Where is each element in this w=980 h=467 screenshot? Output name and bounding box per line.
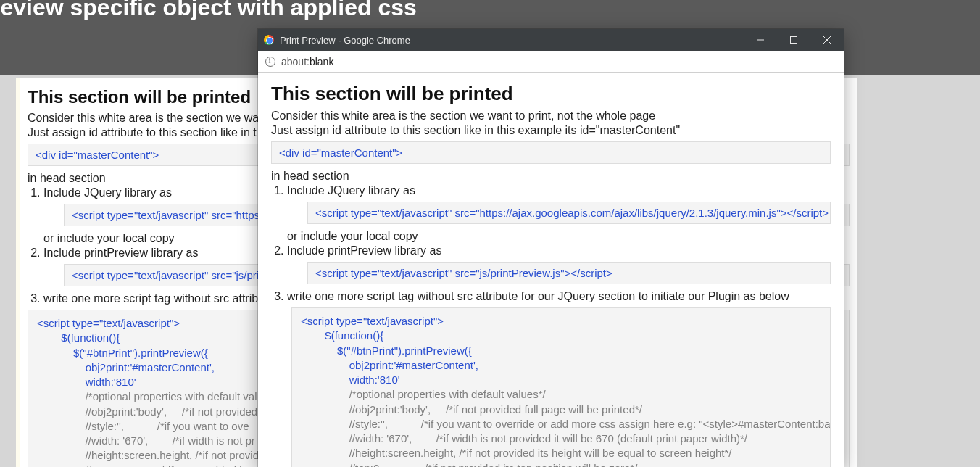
print-preview-content[interactable]: This section will be printed Consider th…: [258, 73, 844, 467]
bg-li3-text: write one more script tag without src at…: [43, 292, 265, 305]
bg-or-local: or include your local copy: [43, 232, 175, 244]
pp-li3: write one more script tag without src at…: [287, 290, 831, 303]
pp-code-master: <div id="masterContent">: [271, 141, 831, 164]
pp-li1: Include JQuery library as <script type="…: [287, 184, 831, 243]
pp-code-pp: <script type="text/javascript" src="js/p…: [307, 262, 831, 284]
pp-heading: This section will be printed: [271, 83, 831, 105]
url-scheme: about:: [281, 56, 310, 67]
window-title: Print Preview - Google Chrome: [280, 35, 410, 46]
pp-script-blue: <script type="text/javascript"> $(functi…: [301, 315, 478, 386]
info-icon[interactable]: [265, 57, 275, 67]
pp-li2: Include printPreview library as <script …: [287, 244, 831, 284]
chrome-window: Print Preview - Google Chrome about:blan…: [258, 29, 844, 467]
url-path: blank: [310, 56, 333, 67]
pp-or-local: or include your local copy: [287, 230, 418, 242]
close-button[interactable]: [810, 29, 844, 51]
pp-li2-text: Include printPreview library as: [287, 244, 441, 257]
pp-li3-text: write one more script tag without src at…: [287, 290, 789, 302]
pp-p1: Consider this white area is the section …: [271, 109, 831, 123]
pp-li1-text: Include JQuery library as: [287, 184, 415, 197]
window-titlebar[interactable]: Print Preview - Google Chrome: [258, 29, 844, 51]
pp-scriptblock: <script type="text/javascript"> $(functi…: [291, 307, 831, 467]
maximize-button[interactable]: [777, 29, 810, 51]
pp-code-jq: <script type="text/javascript" src="http…: [307, 202, 831, 224]
pp-p2: Just assign id attribute to this section…: [271, 124, 831, 137]
pp-script-grey: /*optional properties with default value…: [301, 388, 831, 467]
url-text: about:blank: [281, 56, 333, 67]
svg-rect-1: [791, 37, 797, 44]
banner-title: review specific object with applied css: [0, 0, 417, 19]
minimize-button[interactable]: [744, 29, 777, 51]
pp-head-section: in head section: [271, 170, 831, 183]
address-bar[interactable]: about:blank: [258, 51, 844, 73]
bg-script-blue: <script type="text/javascript"> $(functi…: [37, 317, 215, 388]
chrome-icon: [264, 35, 274, 45]
bg-li2-text: Include printPreview library as: [43, 247, 198, 259]
bg-script-grey: /*optional properties with default val /…: [37, 390, 259, 467]
bg-li1-text: Include JQuery library as: [43, 186, 172, 199]
